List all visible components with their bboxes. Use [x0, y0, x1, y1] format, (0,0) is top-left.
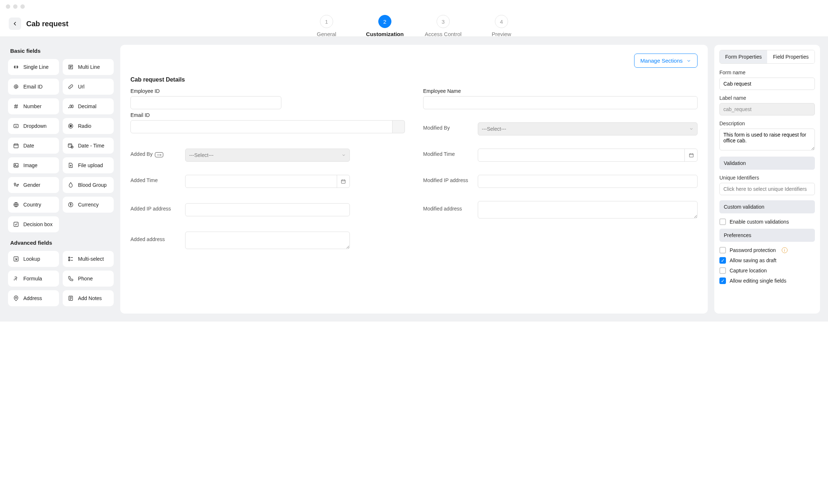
decimal-icon: [67, 103, 74, 110]
pref-allow-saving-draft[interactable]: Allow saving as draft: [719, 257, 815, 264]
field-url[interactable]: Url: [63, 79, 114, 95]
back-button[interactable]: [9, 17, 21, 30]
field-employee-name[interactable]: Employee Name: [423, 88, 698, 109]
custom-validation-header: Custom validation: [719, 200, 815, 213]
field-phone[interactable]: Phone: [63, 271, 114, 287]
basic-fields-heading: Basic fields: [10, 48, 114, 54]
unique-identifiers-input[interactable]: [719, 183, 815, 195]
field-number[interactable]: Number: [8, 98, 59, 114]
wizard-step-general[interactable]: 1 General: [297, 15, 356, 37]
pref-allow-editing-single-fields[interactable]: Allow editing single fields: [719, 277, 815, 284]
date-icon: [12, 142, 20, 149]
form-name-label: Form name: [719, 70, 815, 75]
main-area: Basic fields Single Line Multi Line Emai…: [0, 37, 828, 322]
phone-icon: [67, 275, 74, 282]
svg-rect-10: [14, 164, 18, 168]
modified-by-select[interactable]: ---Select---: [478, 122, 698, 135]
field-modified-address[interactable]: Modified address: [423, 201, 698, 218]
modified-address-input[interactable]: [478, 201, 698, 218]
field-modified-ip[interactable]: Modified IP address: [423, 175, 698, 188]
field-dropdown[interactable]: Dropdown: [8, 118, 59, 134]
pref-capture-location[interactable]: Capture location: [719, 267, 815, 274]
enable-custom-validation-checkbox[interactable]: Enable custom validations: [719, 218, 815, 225]
svg-rect-8: [68, 144, 72, 147]
image-icon: [12, 162, 20, 169]
section-title: Cab request Details: [130, 76, 698, 83]
preferences-header: Preferences: [719, 229, 815, 242]
field-currency[interactable]: Currency: [63, 197, 114, 213]
validation-section-header: Validation: [719, 157, 815, 170]
pref-password-protection[interactable]: Password protection i: [719, 247, 815, 253]
field-add-notes[interactable]: Add Notes: [63, 290, 114, 306]
info-icon: i: [782, 247, 788, 253]
unique-identifiers-label: Unique Identifiers: [719, 175, 815, 181]
single-line-icon: [12, 63, 20, 71]
field-radio[interactable]: Radio: [63, 118, 114, 134]
field-country[interactable]: Country: [8, 197, 59, 213]
field-file-upload[interactable]: File upload: [63, 157, 114, 173]
page-title: Cab request: [26, 20, 69, 28]
field-address[interactable]: Address: [8, 290, 59, 306]
svg-point-6: [70, 125, 71, 127]
added-address-input[interactable]: [185, 232, 350, 249]
field-added-time[interactable]: Added Time: [130, 175, 405, 188]
field-blood-group[interactable]: Blood Group: [63, 177, 114, 193]
svg-rect-2: [70, 105, 71, 108]
field-multi-select[interactable]: Multi-select: [63, 251, 114, 267]
field-image[interactable]: Image: [8, 157, 59, 173]
email-id-input[interactable]: [130, 120, 392, 133]
chevron-down-icon: [686, 58, 691, 63]
form-name-input[interactable]: [719, 78, 815, 90]
lookup-icon: [12, 255, 20, 263]
employee-id-input[interactable]: [130, 96, 281, 109]
modified-time-input[interactable]: [478, 149, 698, 162]
field-date[interactable]: Date: [8, 138, 59, 154]
field-single-line[interactable]: Single Line: [8, 59, 59, 75]
field-modified-by[interactable]: Modified By ---Select---: [423, 122, 698, 135]
wizard-step-access-control[interactable]: 3 Access Control: [414, 15, 472, 37]
added-by-select[interactable]: ---Select---: [185, 149, 350, 162]
tab-form-properties[interactable]: Form Properties: [720, 50, 767, 63]
url-icon: [67, 83, 74, 90]
notes-icon: [67, 295, 74, 302]
calendar-icon[interactable]: [337, 175, 350, 188]
field-email[interactable]: Email ID: [8, 79, 59, 95]
svg-rect-23: [341, 180, 345, 183]
field-added-by[interactable]: Added By⟶ ---Select---: [130, 149, 405, 162]
field-formula[interactable]: Formula: [8, 271, 59, 287]
manage-sections-button[interactable]: Manage Sections: [634, 54, 698, 68]
field-decimal[interactable]: Decimal: [63, 98, 114, 114]
field-email-id[interactable]: Email ID: [130, 112, 405, 135]
field-multi-line[interactable]: Multi Line: [63, 59, 114, 75]
employee-name-input[interactable]: [423, 96, 698, 109]
svg-rect-16: [14, 222, 18, 227]
calendar-icon[interactable]: [684, 149, 698, 162]
date-time-icon: [67, 142, 74, 149]
wizard-step-preview[interactable]: 4 Preview: [472, 15, 531, 37]
added-time-input[interactable]: [185, 175, 350, 188]
field-employee-id[interactable]: Employee ID: [130, 88, 405, 109]
country-icon: [12, 201, 20, 208]
window-dots: [0, 0, 828, 13]
field-gender[interactable]: Gender: [8, 177, 59, 193]
wizard-stepper: 1 General 2 Customization 3 Access Contr…: [297, 15, 531, 37]
modified-ip-input[interactable]: [478, 175, 698, 188]
field-added-ip[interactable]: Added IP address: [130, 201, 405, 218]
field-added-address[interactable]: Added address: [130, 232, 405, 249]
added-ip-input[interactable]: [185, 203, 350, 216]
formula-icon: [12, 275, 20, 282]
field-decision-box[interactable]: Decision box: [8, 216, 59, 232]
wizard-step-customization[interactable]: 2 Customization: [356, 15, 414, 37]
form-canvas: Manage Sections Cab request Details Empl…: [120, 45, 708, 314]
chevron-down-icon: [689, 127, 694, 131]
description-input[interactable]: [719, 129, 815, 150]
link-icon: ⟶: [155, 152, 163, 157]
tab-field-properties[interactable]: Field Properties: [767, 50, 815, 63]
email-suffix-icon: [392, 120, 405, 133]
file-upload-icon: [67, 162, 74, 169]
field-date-time[interactable]: Date - Time: [63, 138, 114, 154]
svg-point-1: [69, 107, 69, 108]
email-icon: [12, 83, 20, 90]
field-modified-time[interactable]: Modified Time: [423, 149, 698, 162]
field-lookup[interactable]: Lookup: [8, 251, 59, 267]
